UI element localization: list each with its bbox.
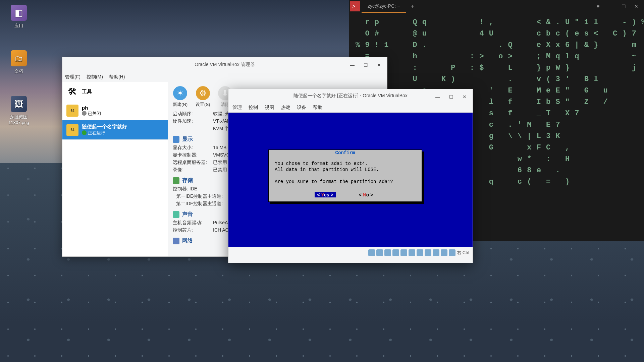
menu-control[interactable]: 控制(M) [87,74,103,80]
audio-icon [173,211,179,218]
settings-button[interactable]: ⚙设置(S) [196,86,210,108]
status-mouse-icon[interactable] [449,249,455,256]
status-cd-icon[interactable] [376,249,383,256]
vm-menu-input[interactable]: 热键 [281,105,290,111]
vm-screen[interactable]: Confirm You chose to format sda1 to ext4… [228,113,473,247]
storage-icon [173,177,179,184]
host-key-label: 右 Ctrl [457,250,469,256]
desktop-icon-label: 应用 [5,23,32,29]
image-icon: 🖼 [11,96,27,112]
menu-help[interactable]: 帮助(H) [109,74,125,80]
close-button[interactable]: ✕ [372,60,386,70]
close-button[interactable]: ✕ [458,92,471,102]
vm-menu-view[interactable]: 视图 [265,105,274,111]
status-usb-icon[interactable] [400,249,407,256]
vm-running-window: 随便起一个名字就好 [正在运行] - Oracle VM VirtualBox … [228,89,473,263]
status-net-icon[interactable] [392,249,399,256]
status-display-icon[interactable] [417,249,423,256]
vm-menu-manage[interactable]: 管理 [232,105,242,111]
maximize-button[interactable]: ☐ [359,60,372,70]
vm-menu-control[interactable]: 控制 [249,105,258,111]
vm-icon: 64 [66,105,78,117]
close-button[interactable]: ✕ [631,1,642,11]
new-button[interactable]: ✶新建(N) [173,86,187,108]
display-icon [173,136,179,143]
vm-menu-help[interactable]: 帮助 [313,105,322,111]
vm-icon: 64 [66,124,78,136]
confirm-dialog: Confirm You chose to format sda1 to ext4… [268,149,422,202]
apps-icon: ◧ [11,5,27,21]
vm-menu-devices[interactable]: 设备 [297,105,306,111]
folder-icon: 🗂 [11,50,27,66]
menu-icon[interactable]: ≡ [592,1,604,11]
terminal-tab[interactable]: zyc@zyc-PC: ~ [362,0,406,13]
status-audio-icon[interactable] [384,249,391,256]
dialog-body: You chose to format sda1 to ext4. All da… [269,156,422,189]
minimize-button[interactable]: — [605,1,616,11]
no-button[interactable]: < No > [356,192,376,197]
desktop-icon-apps[interactable]: ◧ 应用 [5,5,32,29]
sidebar-tools[interactable]: 🛠 工具 [62,82,168,101]
status-rec-icon[interactable] [425,249,431,256]
network-icon [173,238,179,244]
sidebar-vm-selected[interactable]: 64 随便起一个名字就好 正在运行 [62,120,168,140]
status-hd-icon[interactable] [368,249,375,256]
terminal-icon: >_ [350,1,360,11]
yes-button[interactable]: < Yes > [315,192,336,197]
status-shared-icon[interactable] [409,249,415,256]
desktop-icon-screenshot[interactable]: 🖼 深度截图 11807.png [5,96,32,125]
minimize-button[interactable]: — [345,60,359,70]
status-vrde-icon[interactable] [433,249,439,256]
tools-icon: 🛠 [66,85,78,98]
desktop-icon-documents[interactable]: 🗂 文档 [5,50,32,74]
desktop-icon-label: 文档 [5,68,32,74]
status-cpu-icon[interactable] [441,249,447,256]
desktop-icon-label: 深度截图 11807.png [5,114,32,125]
vm-menu-icon[interactable] [158,128,164,132]
maximize-button[interactable]: ☐ [444,92,458,102]
new-tab-button[interactable]: + [406,3,419,10]
dialog-title: Confirm [269,150,422,156]
vm-statusbar: 右 Ctrl [228,247,473,258]
sidebar-vm-ph[interactable]: 64 ph 已关闭 [62,101,168,120]
minimize-button[interactable]: — [431,92,444,102]
vm-window-title: 随便起一个名字就好 [正在运行] - Oracle VM VirtualBox … [228,89,473,103]
window-title: Oracle VM VirtualBox 管理器 — ☐ ✕ [62,57,387,72]
menu-file[interactable]: 管理(F) [65,74,80,80]
maximize-button[interactable]: ☐ [618,1,629,11]
